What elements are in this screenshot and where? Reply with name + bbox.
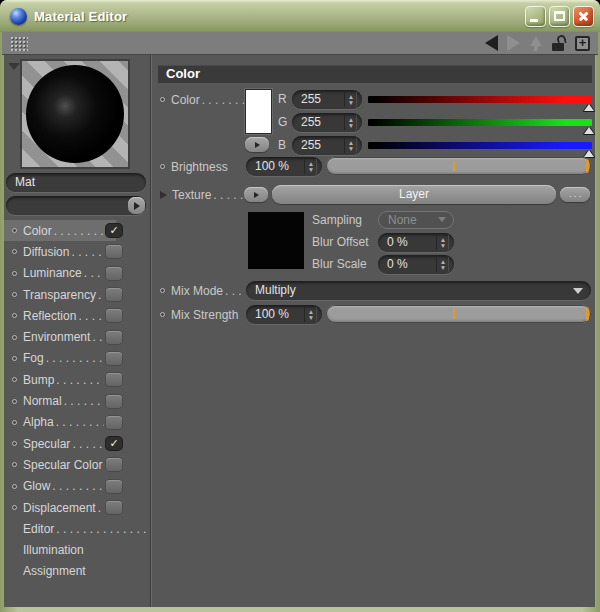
texture-expand-icon[interactable] xyxy=(160,191,167,199)
channel-bullet-icon xyxy=(12,420,17,425)
color-g-input[interactable]: 255▲▼ xyxy=(292,113,362,132)
slider-handle-icon[interactable] xyxy=(584,104,594,111)
param-bullet-icon xyxy=(160,164,165,169)
slider-handle-icon[interactable] xyxy=(584,150,594,157)
sidebar-item-bump[interactable]: Bump . . . . . . . . . . . . . . . . . .… xyxy=(4,369,150,390)
sidebar-item-displacement[interactable]: Displacement . . . . . . . . . . . . . .… xyxy=(4,497,150,518)
sampling-dropdown[interactable]: None xyxy=(378,211,454,229)
texture-preview[interactable] xyxy=(248,212,304,269)
channel-label: Assignment xyxy=(23,564,86,578)
sidebar-item-alpha[interactable]: Alpha . . . . . . . . . . . . . . . . . … xyxy=(4,412,150,433)
color-b-input[interactable]: 255▲▼ xyxy=(292,136,362,155)
channel-label: Specular Color xyxy=(23,458,102,472)
material-name-field[interactable]: Mat xyxy=(6,173,146,192)
mix-strength-slider[interactable] xyxy=(326,305,591,323)
channel-checkbox[interactable] xyxy=(106,331,122,344)
sidebar-item-assignment[interactable]: Assignment xyxy=(4,561,150,582)
channel-checkbox[interactable] xyxy=(106,245,122,258)
color-g-gradient-slider[interactable] xyxy=(368,119,592,126)
mix-mode-label: Mix Mode . . . . . . . . . . . . . . . .… xyxy=(160,281,246,300)
slider-handle-icon[interactable] xyxy=(584,127,594,134)
channel-checkbox[interactable] xyxy=(106,458,122,471)
material-preview[interactable] xyxy=(20,59,130,169)
sidebar-item-fog[interactable]: Fog . . . . . . . . . . . . . . . . . . … xyxy=(4,348,150,369)
brightness-input[interactable]: 100 % ▲▼ xyxy=(246,157,322,176)
sidebar-item-luminance[interactable]: Luminance . . . . . . . . . . . . . . . … xyxy=(4,263,150,284)
blur-scale-input[interactable]: 0 % ▲▼ xyxy=(378,255,454,274)
dotted-leader: . . . . . . . . . . . . . . . . . . . . xyxy=(64,394,104,408)
component-letter: G xyxy=(278,113,287,132)
mix-strength-input[interactable]: 100 % ▲▼ xyxy=(246,305,322,324)
channel-bullet-icon xyxy=(12,441,17,446)
sidebar-item-glow[interactable]: Glow . . . . . . . . . . . . . . . . . .… xyxy=(4,476,150,497)
channel-bullet-icon xyxy=(12,271,17,276)
slider-tick xyxy=(453,309,455,319)
blur-offset-input[interactable]: 0 % ▲▼ xyxy=(378,233,454,252)
close-button[interactable] xyxy=(573,6,594,27)
minimize-button[interactable] xyxy=(525,6,546,27)
channel-label: Reflection xyxy=(23,309,76,323)
lock-icon[interactable] xyxy=(552,35,566,51)
sidebar-item-color[interactable]: Color . . . . . . . . . . . . . . . . . … xyxy=(4,220,150,241)
brightness-slider[interactable] xyxy=(326,157,591,175)
color-component-row-r: R255▲▼ xyxy=(278,90,592,110)
up-arrow-icon[interactable] xyxy=(529,36,543,51)
spinner-arrows-icon[interactable]: ▲▼ xyxy=(436,257,449,272)
forward-arrow-icon[interactable] xyxy=(507,35,520,51)
color-b-gradient-slider[interactable] xyxy=(368,142,592,149)
channel-checkbox[interactable]: ✓ xyxy=(106,437,122,450)
spinner-arrows-icon[interactable]: ▲▼ xyxy=(344,138,357,153)
channel-checkbox[interactable] xyxy=(106,309,122,322)
spinner-arrows-icon[interactable]: ▲▼ xyxy=(436,235,449,250)
layer-button[interactable]: Layer xyxy=(272,185,556,204)
slider-cap xyxy=(586,159,589,173)
color-r-gradient-slider[interactable] xyxy=(368,96,592,103)
sidebar-item-editor[interactable]: Editor . . . . . . . . . . . . . . . . .… xyxy=(4,518,150,539)
sidebar-item-illumination[interactable]: Illumination xyxy=(4,539,150,560)
browse-button[interactable]: . . . xyxy=(560,187,590,202)
spinner-arrows-icon[interactable]: ▲▼ xyxy=(344,92,357,107)
sidebar-item-specular[interactable]: Specular . . . . . . . . . . . . . . . .… xyxy=(4,433,150,454)
spinner-arrows-icon[interactable]: ▲▼ xyxy=(304,159,317,174)
spinner-arrows-icon[interactable]: ▲▼ xyxy=(304,307,317,322)
color-swatch[interactable] xyxy=(246,90,271,133)
color-r-input[interactable]: 255▲▼ xyxy=(292,90,362,109)
mix-mode-dropdown[interactable]: Multiply xyxy=(246,281,591,300)
texture-options-button[interactable] xyxy=(244,187,268,202)
collapse-arrow-icon[interactable] xyxy=(8,63,20,70)
dotted-leader: . . . . . . . . . . . . . . . . . . . . xyxy=(78,309,104,323)
channel-checkbox[interactable]: ✓ xyxy=(106,224,122,237)
channel-checkbox[interactable] xyxy=(106,395,122,408)
color-component-row-g: G255▲▼ xyxy=(278,113,592,133)
channel-checkbox[interactable] xyxy=(106,267,122,280)
channel-checkbox[interactable] xyxy=(106,501,122,514)
right-triangle-icon xyxy=(254,192,259,198)
maximize-button[interactable] xyxy=(549,6,570,27)
channel-checkbox[interactable] xyxy=(106,416,122,429)
add-button[interactable]: + xyxy=(575,36,590,51)
channel-checkbox[interactable] xyxy=(106,373,122,386)
sidebar-item-environment[interactable]: Environment . . . . . . . . . . . . . . … xyxy=(4,326,150,347)
color-options-button[interactable] xyxy=(245,137,269,152)
channel-checkbox[interactable] xyxy=(106,480,122,493)
dotted-leader: . . . . . . . . . . . . . . . . . . . . xyxy=(71,245,104,259)
channel-checkbox[interactable] xyxy=(106,288,122,301)
popup-arrow-button[interactable] xyxy=(128,197,145,214)
channel-bullet-icon xyxy=(12,505,17,510)
titlebar[interactable]: Material Editor xyxy=(0,0,600,32)
drag-grip[interactable] xyxy=(10,36,28,51)
sidebar-item-reflection[interactable]: Reflection . . . . . . . . . . . . . . .… xyxy=(4,305,150,326)
slider-cap xyxy=(586,307,589,321)
dotted-leader: . . . . . . . . . . . . . . . . . . . . xyxy=(54,224,104,238)
channel-label: Glow xyxy=(23,479,50,493)
material-selector-field[interactable] xyxy=(6,196,146,215)
sidebar-item-normal[interactable]: Normal . . . . . . . . . . . . . . . . .… xyxy=(4,390,150,411)
sidebar-item-diffusion[interactable]: Diffusion . . . . . . . . . . . . . . . … xyxy=(4,241,150,262)
sidebar-item-specular-color[interactable]: Specular Color . . . . . . . . . . . . .… xyxy=(4,454,150,475)
spinner-arrows-icon[interactable]: ▲▼ xyxy=(344,115,357,130)
channel-list: Color . . . . . . . . . . . . . . . . . … xyxy=(4,220,150,582)
channel-checkbox[interactable] xyxy=(106,352,122,365)
sidebar-item-transparency[interactable]: Transparency . . . . . . . . . . . . . .… xyxy=(4,284,150,305)
param-bullet-icon xyxy=(160,312,165,317)
back-arrow-icon[interactable] xyxy=(485,35,498,51)
